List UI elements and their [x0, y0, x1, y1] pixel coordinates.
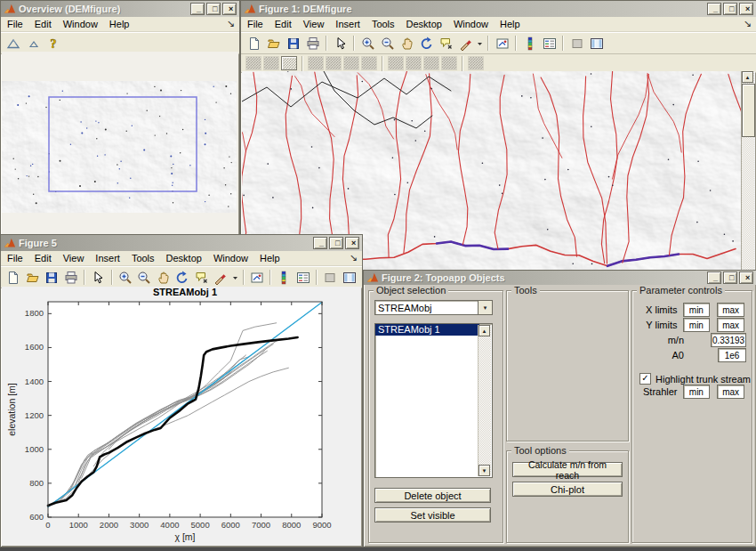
link-plot-icon[interactable]	[248, 269, 267, 287]
parameter-field[interactable]: min	[683, 303, 711, 317]
chi-plot-button[interactable]: Chi-plot	[512, 482, 623, 497]
map-tool-icon[interactable]	[263, 56, 279, 70]
brush-icon[interactable]	[212, 269, 230, 287]
open-folder-icon[interactable]	[264, 35, 283, 53]
parameter-field[interactable]: min	[683, 385, 711, 399]
dropdown-arrow-icon[interactable]: ▼	[478, 301, 492, 314]
object-listbox[interactable]: STREAMobj 1 ▲ ▼	[374, 323, 493, 478]
menu-item-edit[interactable]: Edit	[275, 19, 292, 29]
new-file-icon[interactable]	[245, 35, 263, 53]
help-icon[interactable]: ?	[44, 35, 62, 53]
parameter-field[interactable]: min	[683, 318, 711, 332]
pointer-icon[interactable]	[89, 269, 108, 287]
overview-titlebar[interactable]: Overview (DEMfigure) _ □ ×	[1, 1, 239, 17]
rotate-3d-icon[interactable]	[417, 35, 436, 53]
menu-item-window[interactable]: Window	[63, 19, 98, 29]
scroll-up-icon[interactable]: ▲	[742, 71, 753, 83]
parameter-field[interactable]: 0.33193	[711, 333, 746, 347]
menu-item-help[interactable]: Help	[109, 19, 130, 29]
menu-item-edit[interactable]: Edit	[35, 19, 52, 29]
print-icon[interactable]	[62, 269, 81, 287]
figure5-titlebar[interactable]: Figure 5 _ □ ×	[1, 235, 362, 251]
zoom-in-icon[interactable]	[117, 269, 135, 287]
hide-plot-tools-icon[interactable]	[321, 269, 340, 287]
maximize-button[interactable]: □	[206, 3, 221, 15]
window-overview[interactable]: Overview (DEMfigure) _ □ × FileEditWindo…	[0, 0, 240, 245]
menu-item-desktop[interactable]: Desktop	[166, 253, 202, 263]
data-cursor-icon[interactable]	[437, 35, 455, 53]
minimize-button[interactable]: _	[313, 237, 327, 249]
scrollbar-thumb[interactable]	[742, 84, 755, 137]
menu-item-file[interactable]: File	[7, 253, 23, 263]
insert-colorbar-icon[interactable]	[520, 35, 539, 53]
parameter-field[interactable]: max	[717, 303, 744, 317]
map-tool-icon[interactable]	[468, 56, 484, 70]
minimize-button[interactable]: _	[190, 3, 205, 15]
hide-plot-tools-icon[interactable]	[567, 35, 586, 53]
rotate-3d-icon[interactable]	[173, 269, 192, 287]
close-button[interactable]: ×	[222, 3, 237, 15]
map-tool-icon[interactable]	[441, 56, 457, 70]
calculate-mn-button[interactable]: Calculate m/n from reach	[512, 462, 623, 477]
parameter-field[interactable]: max	[717, 385, 744, 399]
zoom-in-icon[interactable]	[358, 35, 377, 53]
menu-item-tools[interactable]: Tools	[372, 19, 395, 29]
data-cursor-icon[interactable]	[193, 269, 212, 287]
menu-item-window[interactable]: Window	[213, 253, 248, 263]
map-tool-icon[interactable]	[361, 56, 377, 70]
pointer-icon[interactable]	[331, 35, 350, 53]
window-figure5[interactable]: Figure 5 _ □ × FileEditViewInsertToolsDe…	[0, 234, 363, 547]
figure1-titlebar[interactable]: Figure 1: DEMfigure _ □ ×	[241, 1, 756, 17]
menu-item-help[interactable]: Help	[260, 253, 280, 263]
brush-icon[interactable]	[456, 35, 475, 53]
set-visible-button[interactable]: Set visible	[374, 507, 491, 523]
maximize-button[interactable]: □	[723, 271, 737, 284]
zoom-full-icon[interactable]	[4, 35, 23, 53]
scroll-up-icon[interactable]: ▲	[479, 325, 490, 336]
open-folder-icon[interactable]	[24, 269, 43, 287]
map-vertical-scrollbar[interactable]: ▲	[741, 71, 754, 274]
menu-item-view[interactable]: View	[303, 19, 325, 29]
minimize-button[interactable]: _	[707, 271, 721, 284]
topoapp-titlebar[interactable]: Figure 2: Topoapp Objects _ □ ×	[364, 271, 756, 285]
save-icon[interactable]	[284, 35, 302, 53]
insert-colorbar-icon[interactable]	[275, 269, 294, 287]
parameter-field[interactable]: 1e6	[718, 348, 746, 362]
zoom-box-icon[interactable]	[24, 35, 43, 53]
parameter-field[interactable]: max	[717, 318, 744, 332]
menu-item-insert[interactable]: Insert	[335, 19, 360, 29]
close-button[interactable]: ×	[345, 237, 359, 249]
menu-item-help[interactable]: Help	[500, 19, 520, 29]
menu-item-insert[interactable]: Insert	[95, 253, 120, 263]
link-plot-icon[interactable]	[493, 35, 511, 53]
scroll-down-icon[interactable]: ▼	[479, 465, 490, 476]
menu-item-window[interactable]: Window	[454, 19, 488, 29]
menu-item-edit[interactable]: Edit	[35, 253, 52, 263]
map-tool-icon[interactable]	[406, 56, 422, 70]
caret-icon[interactable]	[231, 269, 239, 287]
close-button[interactable]: ×	[739, 3, 753, 15]
object-type-dropdown[interactable]: STREAMobj ▼	[374, 300, 493, 315]
highlight-trunk-checkbox[interactable]: ✓	[639, 373, 651, 385]
list-item[interactable]: STREAMobj 1	[375, 324, 479, 336]
chi-plot[interactable]: 0100020003000400050006000700080009000600…	[5, 288, 359, 544]
menu-item-file[interactable]: File	[7, 19, 23, 29]
map-tool-icon[interactable]	[423, 56, 439, 70]
map-tool-icon[interactable]	[245, 56, 261, 70]
map-tool-icon[interactable]	[388, 56, 404, 70]
minimize-button[interactable]: _	[707, 3, 721, 15]
window-topoapp[interactable]: Figure 2: Topoapp Objects _ □ × Object s…	[363, 270, 756, 547]
insert-legend-icon[interactable]	[540, 35, 559, 53]
save-icon[interactable]	[43, 269, 61, 287]
close-button[interactable]: ×	[739, 271, 753, 284]
caret-icon[interactable]	[476, 35, 484, 53]
zoom-out-icon[interactable]	[378, 35, 397, 53]
show-plot-tools-icon[interactable]	[341, 269, 359, 287]
insert-legend-icon[interactable]	[294, 269, 313, 287]
maximize-button[interactable]: □	[723, 3, 737, 15]
maximize-button[interactable]: □	[329, 237, 343, 249]
show-plot-tools-icon[interactable]	[587, 35, 606, 53]
menu-item-view[interactable]: View	[63, 253, 84, 263]
map-tool-icon[interactable]	[281, 56, 297, 70]
new-file-icon[interactable]	[4, 269, 23, 287]
